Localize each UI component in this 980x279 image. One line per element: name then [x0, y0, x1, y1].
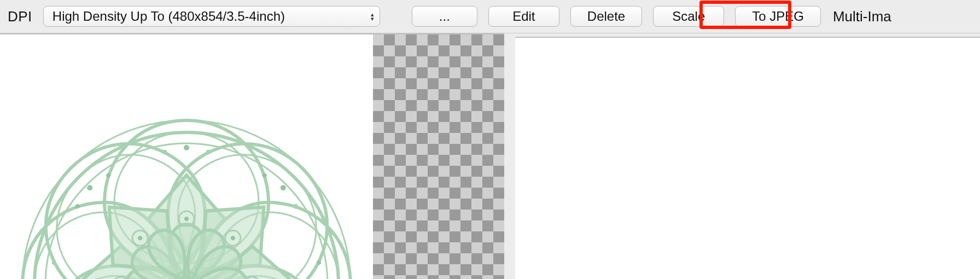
dpi-select-value: High Density Up To (480x854/3.5-4inch) — [52, 9, 285, 24]
edit-button[interactable]: Edit — [488, 6, 559, 27]
delete-button[interactable]: Delete — [570, 6, 642, 27]
source-preview-pane — [0, 33, 373, 279]
preview-artwork — [11, 109, 361, 279]
delete-button-label: Delete — [587, 9, 625, 24]
output-preview-pane — [515, 37, 980, 279]
dpi-select[interactable]: High Density Up To (480x854/3.5-4inch) ▴… — [43, 6, 380, 27]
svg-point-7 — [184, 217, 189, 221]
scale-button-label: Scale — [672, 9, 705, 24]
tojpeg-button[interactable]: To JPEG — [735, 6, 821, 27]
svg-point-3 — [184, 145, 189, 150]
multiimage-label-truncated: Multi-Ima — [833, 8, 891, 25]
tojpeg-button-label: To JPEG — [752, 9, 804, 24]
edit-button-label: Edit — [512, 9, 535, 24]
more-button[interactable]: ... — [412, 6, 477, 27]
dpi-label: DPI — [8, 8, 32, 25]
scale-button[interactable]: Scale — [653, 6, 724, 27]
more-button-label: ... — [439, 9, 450, 24]
updown-icon: ▴▾ — [371, 12, 374, 21]
transparency-gutter — [373, 33, 504, 279]
checker-pattern — [373, 33, 504, 279]
toolbar: DPI High Density Up To (480x854/3.5-4inc… — [0, 0, 980, 33]
workspace — [0, 33, 980, 279]
